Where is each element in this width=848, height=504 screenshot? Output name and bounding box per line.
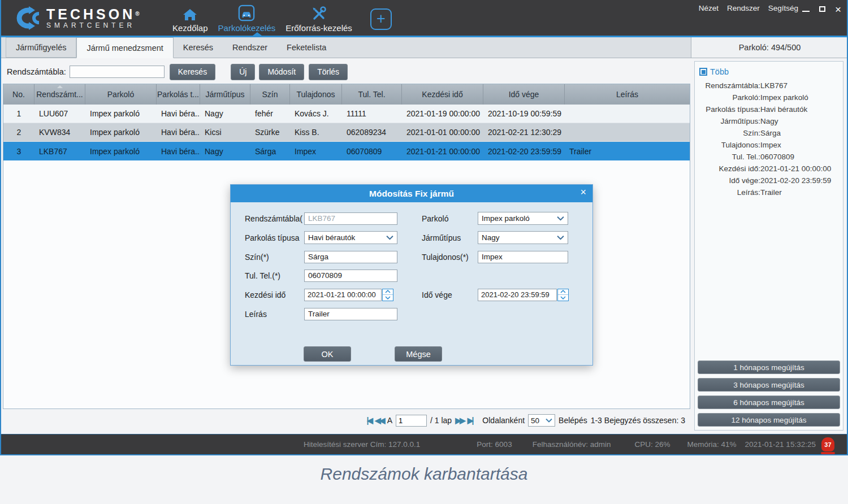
window-controls: × [802,3,841,15]
nav-resource-label: Erőforrás-kezelés [285,23,352,33]
alert-bell-icon[interactable]: 37 [821,437,834,451]
brand-text: TECHSON® SMARTCENTER [46,7,140,29]
detail-label: Szín: [697,127,760,139]
detail-label: Tulajdonos: [697,139,760,151]
col-vehicle-type[interactable]: Járműtípus [200,84,250,105]
owner-tel-field-input[interactable] [304,270,397,282]
tab-feketelista[interactable]: Feketelista [277,37,336,58]
parking-type-select[interactable]: Havi bérautók [304,231,397,244]
chevron-down-icon [557,216,564,221]
description-field-input[interactable] [304,308,397,320]
cell-end-time: 2021-02-21 12:30:29 [483,128,565,137]
nav-parking-label: Parkolókezelés [218,23,276,33]
pagination-bar: |◀ ◀◀ A / 1 lap ▶▶ ▶| Oldalanként 50 Bel… [366,412,685,428]
detail-value: LKB767 [760,80,788,92]
parking-capacity-label: Parkoló: 494/500 [691,37,848,58]
col-start-time[interactable]: Kezdési idő [402,84,483,105]
col-end-time[interactable]: Idő vége [483,84,565,105]
renew-3-month-button[interactable]: 3 hónapos megújítás [698,378,840,392]
end-time-input[interactable] [478,289,557,301]
plus-icon: + [377,10,386,27]
first-page-button[interactable]: |◀ [366,416,371,425]
col-plate-label: Rendszámt... [36,90,83,99]
col-no[interactable]: No. [3,84,34,105]
tab-kereses[interactable]: Keresés [174,37,223,58]
vehicle-type-select[interactable]: Nagy [478,231,568,244]
start-time-input[interactable] [304,289,382,301]
page-total-label: / 1 lap [430,416,452,425]
spinner-up-icon[interactable] [383,289,393,296]
new-button[interactable]: Új [231,64,255,80]
menu-system[interactable]: Rendszer [727,4,760,12]
ok-button[interactable]: OK [304,346,351,362]
menu-view[interactable]: Nézet [699,4,719,12]
renew-1-month-button[interactable]: 1 hónapos megújítás [698,360,840,374]
start-time-spinner[interactable] [382,289,393,301]
start-time-picker [304,289,393,301]
tab-jarmu-menedzsment[interactable]: Jármű menedzsment [76,37,173,58]
more-toggle[interactable]: Több [695,62,843,77]
dialog-close-button[interactable]: × [580,186,586,198]
minimize-button[interactable] [802,4,810,14]
renew-6-month-button[interactable]: 6 hónapos megújítás [698,396,840,409]
detail-rows: Rendszámtábla:LKB767 Parkoló:Impex parko… [695,77,843,198]
maximize-icon [819,6,825,12]
spinner-down-icon[interactable] [558,295,568,301]
spinner-down-icon[interactable] [383,295,393,301]
end-time-spinner[interactable] [557,289,569,301]
col-parking-type[interactable]: Parkolás t... [157,84,200,105]
table-row[interactable]: 2 KVW834 Impex parkoló Havi béra... Kics… [3,123,690,142]
last-page-button[interactable]: ▶| [468,416,473,425]
tab-rendszer[interactable]: Rendszer [223,37,277,58]
page-number-input[interactable] [396,415,427,427]
menu-help[interactable]: Segítség [768,4,798,12]
dialog-body: Rendszámtábla( Parkoló Impex parkoló Par… [231,202,592,366]
nav-parking-management[interactable]: Parkolókezelés [218,5,276,33]
owner-field-input[interactable] [478,251,568,263]
parking-select[interactable]: Impex parkoló [478,212,568,225]
cell-parking-type: Havi béra... [157,128,200,137]
spinner-up-icon[interactable] [558,289,568,296]
plate-field-label: Rendszámtábla( [245,214,304,223]
plate-search-input[interactable] [70,66,165,78]
col-owner-tel[interactable]: Tul. Tel. [342,84,402,105]
auth-server-label: Hitelesítési szerver Cím: 127.0.0.1 [304,440,420,449]
nav-home[interactable]: Kezdőlap [172,8,208,33]
maximize-button[interactable] [819,4,825,14]
col-plate[interactable]: Rendszámt... [34,84,85,105]
end-time-field-label: Idő vége [422,290,478,299]
search-button[interactable]: Keresés [170,64,215,80]
nav-resource-management[interactable]: Erőforrás-kezelés [285,6,352,33]
cpu-label: CPU: 26% [634,440,670,449]
table-row-selected[interactable]: 3 LKB767 Impex parkoló Havi béra... Nagy… [3,142,690,160]
plate-field-input[interactable] [304,212,397,225]
memory-label: Memória: 41% [687,440,737,449]
menubar: Nézet Rendszer Segítség [699,4,798,12]
cell-plate: KVW834 [34,128,85,137]
parking-type-select-value: Havi bérautók [308,233,355,242]
col-owner[interactable]: Tulajdonos [290,84,342,105]
tab-jarmufigyeles[interactable]: Járműfigyelés [6,37,76,58]
delete-button[interactable]: Törlés [309,64,348,80]
renew-12-month-button[interactable]: 12 hónapos megújítás [698,413,840,427]
modify-button[interactable]: Módosít [259,64,304,80]
detail-label: Tul. Tel.: [697,151,760,163]
cell-parking-type: Havi béra... [157,147,200,156]
next-page-button[interactable]: ▶▶ [455,416,464,425]
col-description[interactable]: Leírás [565,84,690,105]
prev-page-button[interactable]: ◀◀ [375,416,384,425]
col-parking[interactable]: Parkoló [85,84,157,105]
username-label: Felhasználónév: admin [533,440,611,449]
cell-color: fehér [250,109,290,118]
cancel-button[interactable]: Mégse [395,346,442,362]
table-row[interactable]: 1 LUU607 Impex parkoló Havi béra... Nagy… [3,105,690,123]
col-color[interactable]: Szín [250,84,290,105]
color-field-input[interactable] [304,251,397,263]
close-button[interactable]: × [835,4,841,15]
table-header-row: No. Rendszámt... Parkoló Parkolás t... J… [3,84,690,105]
caption-area: Rendszámok karbantartása [0,455,848,504]
dialog-buttons: OK Mégse [304,346,442,362]
per-page-select[interactable]: 50 [528,414,555,427]
add-module-button[interactable]: + [370,8,392,30]
detail-value: Havi bérautók [760,103,807,115]
